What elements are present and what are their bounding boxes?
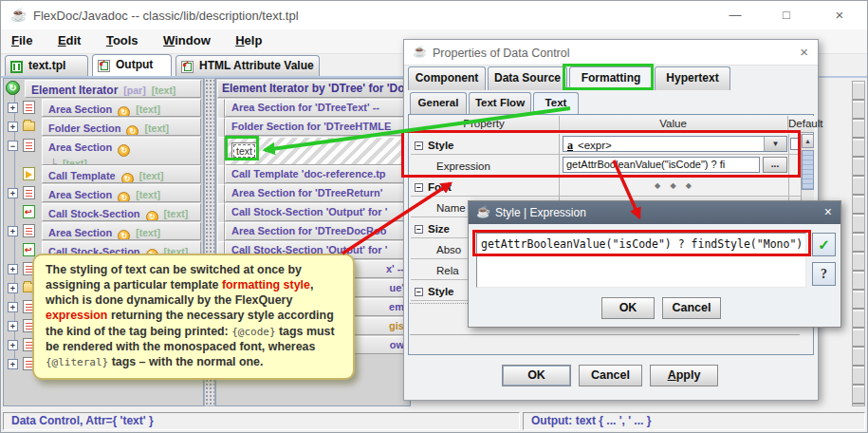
list-row-text-element[interactable]: text — [217, 137, 409, 166]
doc-icon — [23, 101, 35, 114]
expander-plus-icon[interactable]: + — [8, 264, 18, 274]
tree-row-area-section[interactable]: + Area Section↻[text] — [4, 222, 203, 241]
right-scroll-strip[interactable] — [852, 81, 865, 406]
tab-label: text.tpl — [28, 59, 65, 72]
subtab-text[interactable]: Text — [533, 92, 579, 114]
tree-row-call-template[interactable]: Call Template↻[text] — [4, 165, 203, 184]
tree-row-area-section[interactable]: + Area Section↻[text] — [4, 99, 203, 118]
scrollbar-thumb[interactable] — [802, 150, 814, 190]
loop-icon: ↻ — [121, 173, 134, 183]
style-value-dropdown[interactable]: a<expr> ▼ — [563, 136, 787, 152]
property-row-expression[interactable]: Expression getAttrBooleanValue("isCode")… — [411, 155, 801, 176]
expander-minus-icon[interactable]: − — [8, 141, 18, 151]
close-icon[interactable]: × — [824, 204, 832, 219]
tree-row-folder-section[interactable]: + Folder Section↻[text] — [4, 118, 203, 137]
scroll-up-icon[interactable]: ▲ — [802, 134, 814, 148]
menu-help[interactable]: Help — [225, 29, 272, 47]
tab-hypertext[interactable]: Hypertext — [655, 66, 730, 90]
list-row[interactable]: Area Section for 'DTreeDocRoo — [217, 222, 409, 241]
expression-dialog: ☕ Style | Expression × getAttrBooleanVal… — [468, 200, 841, 328]
list-row[interactable]: Folder Section for 'DTreeHTMLE — [217, 118, 409, 137]
menu-file[interactable]: File — [1, 29, 43, 47]
literal-tag: {@literal} — [46, 356, 108, 368]
apply-button[interactable]: Apply — [650, 365, 718, 386]
window-title: FlexDoc/Javadoc -- classic/lib/descripti… — [33, 9, 299, 23]
list-row[interactable]: Area Section for 'DTreeText' -- — [217, 99, 409, 118]
template-file-icon — [10, 61, 23, 73]
expression-more-button[interactable]: ... — [763, 157, 787, 173]
ok-button[interactable]: OK — [502, 365, 571, 386]
doc-icon — [23, 186, 35, 199]
collapse-icon[interactable]: − — [415, 141, 423, 150]
cancel-button[interactable]: Cancel — [579, 365, 642, 386]
app-window: ☕ FlexDoc/Javadoc -- classic/lib/descrip… — [0, 0, 868, 433]
par-tag: [par] — [123, 85, 145, 96]
column-header-default: Default — [787, 116, 814, 133]
list-row[interactable]: Area Section for 'DTreeReturn' — [217, 184, 409, 203]
subtab-general[interactable]: General — [410, 92, 467, 114]
expander-plus-icon[interactable]: + — [8, 321, 18, 331]
style-a-icon: a — [567, 139, 573, 152]
menu-tools[interactable]: Tools — [96, 29, 149, 47]
tab-html-attribute-value[interactable]: HTML Attribute Value — [175, 55, 320, 77]
tab-text-tpl[interactable]: text.tpl — [5, 55, 88, 77]
close-icon[interactable]: × — [800, 44, 808, 60]
property-row-font[interactable]: −Font ◆ ◆ ◆ — [411, 176, 801, 197]
tab-component[interactable]: Component — [408, 66, 486, 90]
output-icon — [181, 61, 194, 73]
minimize-button[interactable]: — — [714, 1, 756, 29]
text-tag: [text] — [136, 227, 160, 238]
help-button[interactable]: ? — [812, 262, 836, 286]
tab-data-source[interactable]: Data Source — [488, 66, 567, 90]
collapse-icon[interactable]: − — [415, 288, 423, 296]
expander-plus-icon[interactable]: + — [8, 122, 18, 132]
tree-elbow-icon: └ — [50, 159, 57, 165]
text-chip[interactable]: text — [231, 142, 257, 160]
status-left: Data Control, Attr={ 'text' } — [3, 412, 520, 430]
collapse-icon[interactable]: − — [415, 225, 423, 234]
java-icon: ☕ — [10, 7, 27, 22]
doc-icon — [23, 139, 35, 152]
expression-input[interactable]: getAttrBooleanValue("isCode") ? findStyl… — [476, 233, 806, 288]
expander-plus-icon[interactable]: + — [8, 340, 18, 350]
dropdown-arrow-icon[interactable]: ▼ — [764, 137, 786, 151]
menu-window[interactable]: Window — [153, 29, 221, 47]
list-row[interactable]: Call Stock-Section 'Output' for ' — [217, 203, 409, 222]
loop-icon: ↻ — [118, 106, 130, 117]
text-tag: [text] — [144, 122, 169, 134]
property-row-style[interactable]: −Style a<expr> ▼ — [411, 134, 801, 155]
cancel-button[interactable]: Cancel — [662, 297, 721, 319]
expander-plus-icon[interactable]: + — [8, 103, 18, 113]
tab-label: Output — [116, 58, 153, 71]
list-row[interactable]: Call Template 'doc-reference.tp — [217, 165, 409, 184]
folder-icon — [23, 122, 35, 131]
collapse-icon[interactable]: − — [415, 183, 423, 192]
expander-plus-icon[interactable]: + — [8, 283, 18, 293]
maximize-button[interactable]: □ — [766, 1, 807, 29]
ok-button[interactable]: OK — [601, 297, 655, 319]
subtab-text-flow[interactable]: Text Flow — [469, 92, 531, 114]
expander-plus-icon[interactable]: + — [8, 226, 18, 236]
dialog-title: Style | Expression — [495, 206, 586, 219]
tree-row-call-stock-section[interactable]: Call Stock-Section↻[text] — [4, 203, 203, 222]
close-button[interactable]: × — [819, 1, 860, 29]
java-icon: ☕ — [476, 205, 490, 218]
expander-plus-icon[interactable]: + — [8, 359, 18, 369]
call-template-icon — [23, 167, 35, 180]
expander-plus-icon[interactable]: + — [8, 302, 18, 312]
dialog-titlebar: ☕ Properties of Data Control × — [404, 40, 818, 66]
confirm-button[interactable]: ✓ — [812, 233, 836, 256]
tab-formatting[interactable]: Formatting — [569, 66, 653, 90]
expression-value-field[interactable]: getAttrBooleanValue("isCode") ? fi — [563, 157, 760, 173]
menu-edit[interactable]: Edit — [47, 29, 92, 47]
doc-icon — [23, 224, 35, 237]
question-icon: ? — [821, 267, 827, 281]
list-row[interactable]: Element Iterator by 'DTree' for 'Do — [217, 80, 409, 99]
titlebar: ☕ FlexDoc/Javadoc -- classic/lib/descrip… — [1, 1, 867, 29]
tree-row-area-section[interactable]: + Area Section↻[text] — [4, 184, 203, 203]
tab-output[interactable]: Output — [92, 54, 172, 77]
highlight-formatting-style: formatting style — [222, 278, 310, 292]
tree-row-area-section-expanded[interactable]: − Area Section↻ └[text] — [4, 137, 203, 166]
expander-plus-icon[interactable]: + — [8, 188, 18, 198]
tree-row-element-iterator[interactable]: Element Iterator[par][text] — [4, 80, 203, 99]
